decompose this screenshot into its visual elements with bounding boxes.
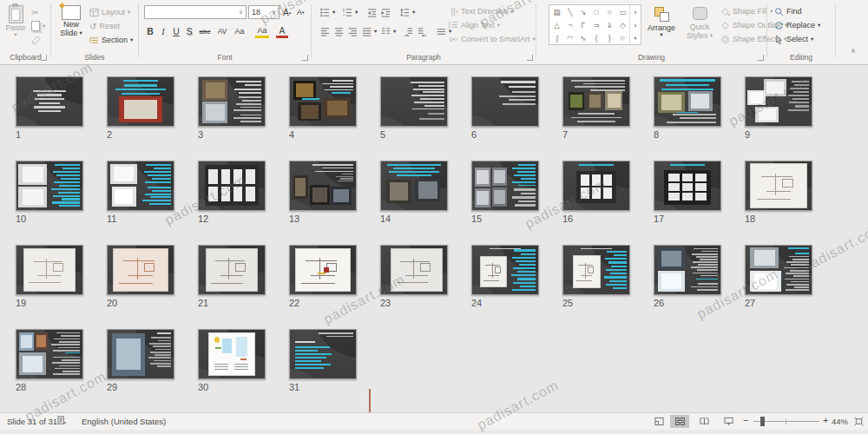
slide-indicator[interactable]: Slide 31 of 31 [7, 417, 57, 426]
collapse-ribbon-button[interactable]: ∧ [851, 47, 856, 55]
slide-thumbnail-3[interactable] [198, 76, 266, 127]
slide-sorter-canvas[interactable]: 1234567891011121314151617181920212223242… [0, 65, 868, 412]
layout-button[interactable]: Layout▾ [89, 6, 130, 18]
font-name-combo[interactable]: ∨ [144, 5, 247, 19]
decrease-indent-button[interactable] [367, 6, 377, 18]
shape-gallery-item-icon[interactable]: □ [595, 8, 599, 16]
shape-gallery-item-icon[interactable]: ↘ [580, 8, 586, 16]
text-direction-button[interactable]: Text Direction▾ [442, 5, 514, 17]
slide-thumbnail-6[interactable] [471, 76, 539, 127]
strikethrough-button[interactable]: abc [196, 25, 214, 38]
copy-button[interactable]: ▾ [31, 20, 45, 32]
ltr-direction-button[interactable] [404, 25, 413, 37]
slide-thumbnail-13[interactable] [289, 161, 357, 211]
shape-gallery-item-icon[interactable]: ⇒ [594, 21, 600, 30]
slide-thumbnail-11[interactable] [107, 161, 174, 211]
shape-gallery-item-icon[interactable]: ∿ [580, 34, 586, 43]
slide-thumbnail-20[interactable] [107, 245, 174, 295]
align-center-button[interactable] [334, 25, 344, 37]
slide-thumbnail-25[interactable] [562, 245, 630, 295]
slide-thumbnail-10[interactable] [16, 161, 83, 211]
shape-gallery-item-icon[interactable]: ◇ [620, 21, 626, 30]
shape-gallery-item-icon[interactable]: ╲ [568, 8, 572, 16]
shape-gallery-item-icon[interactable]: Γ [582, 21, 586, 30]
bullets-button[interactable]: ▾ [320, 6, 335, 18]
font-color-button[interactable]: A [276, 25, 288, 38]
font-size-combo[interactable]: 18∨ [248, 5, 279, 19]
slide-thumbnail-18[interactable] [745, 161, 812, 211]
italic-button[interactable]: I [157, 25, 169, 38]
zoom-slider-thumb[interactable] [760, 417, 765, 426]
slide-thumbnail-15[interactable] [471, 161, 539, 211]
slide-thumbnail-29[interactable] [107, 329, 174, 379]
shrink-font-button[interactable]: A▾ [297, 6, 305, 18]
numbering-button[interactable]: ▾ [343, 6, 358, 18]
shape-gallery-item-icon[interactable]: △ [554, 21, 560, 30]
slide-thumbnail-17[interactable] [654, 161, 721, 211]
gallery-more-icon[interactable]: ▾ [634, 35, 636, 41]
slide-thumbnail-9[interactable] [745, 76, 812, 127]
slide-thumbnail-21[interactable] [198, 245, 266, 295]
change-case-button[interactable]: Aa [233, 25, 247, 38]
bold-button[interactable]: B [144, 25, 156, 38]
slide-thumbnail-26[interactable] [654, 245, 721, 295]
dialog-launcher-icon[interactable] [758, 55, 764, 61]
align-left-button[interactable] [320, 25, 330, 37]
spellcheck-button[interactable] [57, 416, 67, 427]
select-button[interactable]: Select▾ [774, 33, 813, 45]
grow-font-button[interactable]: A▴ [283, 6, 291, 18]
reset-button[interactable]: ↺ Reset [89, 20, 120, 32]
slide-thumbnail-12[interactable] [198, 161, 266, 211]
slide-thumbnail-19[interactable] [16, 245, 83, 295]
columns-button[interactable]: ▾ [381, 25, 396, 37]
shape-fill-button[interactable]: Shape Fill▾ [720, 5, 773, 17]
cut-button[interactable]: ✂ [31, 6, 38, 18]
slide-thumbnail-31[interactable] [289, 329, 357, 379]
shape-gallery-item-icon[interactable]: ) [608, 34, 611, 43]
format-painter-button[interactable] [31, 34, 41, 46]
slide-thumbnail-2[interactable] [107, 76, 174, 127]
align-text-button[interactable]: Align Text▾ [442, 19, 500, 31]
dialog-launcher-icon[interactable] [302, 55, 308, 61]
character-spacing-button[interactable]: AV [215, 25, 229, 38]
zoom-percent[interactable]: 44% [832, 417, 848, 426]
zoom-in-button[interactable]: + [823, 415, 828, 425]
slide-thumbnail-27[interactable] [745, 245, 812, 295]
text-highlight-button[interactable]: Aa [255, 25, 269, 38]
find-button[interactable]: Find [774, 5, 802, 17]
slide-thumbnail-4[interactable] [289, 76, 357, 127]
shape-gallery-item-icon[interactable]: ▭ [619, 8, 626, 16]
dialog-launcher-icon[interactable] [41, 55, 47, 61]
language-indicator[interactable]: English (United States) [82, 417, 166, 426]
slide-thumbnail-28[interactable] [16, 329, 83, 379]
gallery-down-icon[interactable]: ∨ [634, 22, 637, 28]
slide-thumbnail-24[interactable] [471, 245, 539, 295]
shape-gallery-item-icon[interactable]: ¬ [568, 21, 572, 30]
fit-to-window-button[interactable] [849, 415, 868, 428]
slideshow-view-button[interactable] [719, 415, 738, 428]
shape-gallery-item-icon[interactable]: ⇓ [607, 21, 613, 30]
shape-gallery-item-icon[interactable]: ○ [608, 8, 612, 16]
new-slide-button[interactable]: New Slide▾ [56, 5, 86, 38]
quick-styles-button[interactable]: Quick Styles▾ [681, 7, 719, 41]
slide-thumbnail-14[interactable] [380, 161, 448, 211]
paste-button[interactable]: Paste ▾ [4, 5, 27, 38]
slide-thumbnail-23[interactable] [380, 245, 448, 295]
justify-button[interactable]: ▾ [362, 25, 377, 37]
shape-gallery-item-icon[interactable]: ☆ [620, 34, 627, 43]
replace-button[interactable]: Replace▾ [774, 19, 820, 31]
increase-indent-button[interactable] [381, 6, 391, 18]
section-button[interactable]: Section▾ [89, 34, 133, 46]
text-shadow-button[interactable]: S [183, 25, 195, 38]
gallery-up-icon[interactable]: ∧ [634, 9, 637, 15]
arrange-button[interactable]: Arrange ▾ [642, 7, 681, 38]
slide-thumbnail-8[interactable] [654, 76, 721, 127]
normal-view-button[interactable] [649, 415, 668, 428]
shapes-gallery[interactable]: ▤╲↘□○▭△¬Γ⇒⇓◇∫◠∿()☆ ∧ ∨ ▾ [549, 4, 641, 45]
slide-thumbnail-16[interactable] [562, 161, 630, 211]
zoom-out-button[interactable]: − [743, 415, 748, 425]
slide-sorter-view-button[interactable] [670, 415, 689, 428]
shape-gallery-item-icon[interactable]: ∫ [556, 34, 557, 43]
line-spacing-button[interactable]: ▾ [400, 6, 415, 18]
slide-thumbnail-22[interactable] [289, 245, 357, 295]
